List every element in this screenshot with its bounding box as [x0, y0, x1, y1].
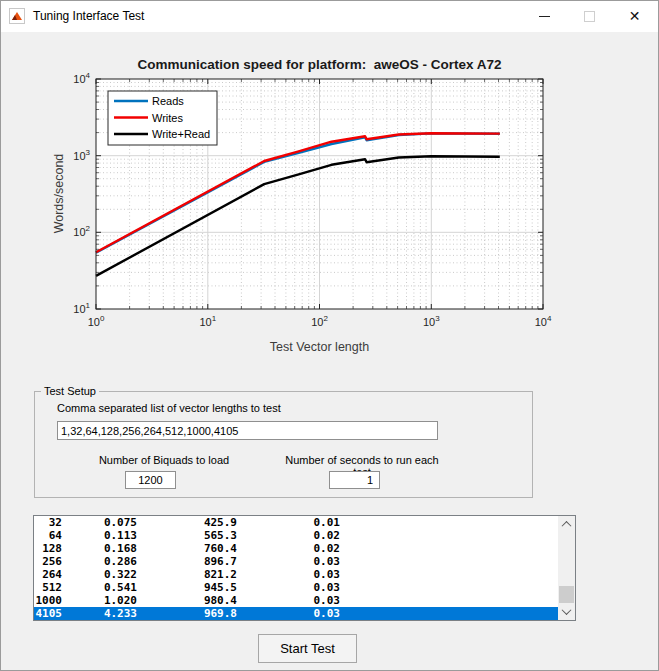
list-cell: 0.03	[237, 581, 340, 594]
svg-text:102: 102	[73, 224, 90, 238]
scroll-down-button[interactable]	[558, 603, 575, 620]
list-cell: 945.5	[137, 581, 237, 594]
close-icon: ✕	[629, 9, 641, 23]
start-test-button[interactable]: Start Test	[258, 634, 357, 663]
minimize-button[interactable]	[522, 1, 567, 31]
svg-text:Writes: Writes	[152, 112, 183, 124]
close-button[interactable]: ✕	[612, 1, 657, 31]
window-title: Tuning Interface Test	[33, 9, 144, 23]
list-row[interactable]: 2640.322821.20.03	[34, 568, 558, 581]
results-scrollbar[interactable]	[558, 516, 575, 620]
svg-text:101: 101	[199, 314, 216, 328]
svg-text:Reads: Reads	[152, 95, 184, 107]
list-cell: 0.03	[237, 594, 340, 607]
list-cell: 512	[34, 581, 62, 594]
results-listbox[interactable]: 320.075425.90.01640.113565.30.021280.168…	[33, 515, 576, 621]
list-cell: 0.02	[237, 529, 340, 542]
list-cell: 0.03	[237, 607, 340, 620]
list-cell: 821.2	[137, 568, 237, 581]
list-row[interactable]: 2560.286896.70.03	[34, 555, 558, 568]
biquads-label: Number of Biquads to load	[89, 454, 239, 466]
list-cell: 4105	[34, 607, 62, 620]
maximize-icon	[584, 11, 595, 22]
results-rows: 320.075425.90.01640.113565.30.021280.168…	[34, 516, 558, 620]
seconds-input[interactable]	[329, 471, 380, 489]
list-cell: 969.8	[137, 607, 237, 620]
list-cell: 0.168	[62, 542, 137, 555]
speed-chart: 100101102103104101102103104ReadsWritesWr…	[1, 32, 659, 391]
list-cell: 565.3	[137, 529, 237, 542]
list-cell: 0.322	[62, 568, 137, 581]
list-cell: 0.02	[237, 542, 340, 555]
list-cell: 0.113	[62, 529, 137, 542]
matlab-icon	[9, 8, 25, 24]
svg-text:101: 101	[73, 301, 90, 315]
chart-x-axis-label: Test Vector length	[96, 340, 543, 354]
list-row[interactable]: 41054.233969.80.03	[34, 607, 558, 620]
vector-lengths-label: Comma separated list of vector lengths t…	[57, 402, 281, 414]
chart-y-axis-label: Words/second	[52, 124, 67, 264]
list-cell: 1.020	[62, 594, 137, 607]
list-row[interactable]: 1280.168760.40.02	[34, 542, 558, 555]
test-setup-group: Test Setup Comma separated list of vecto…	[34, 391, 533, 498]
scrollbar-thumb[interactable]	[559, 586, 574, 603]
svg-text:104: 104	[535, 314, 552, 328]
list-cell: 32	[34, 516, 62, 529]
list-row[interactable]: 10001.020980.40.03	[34, 594, 558, 607]
list-cell: 760.4	[137, 542, 237, 555]
biquads-input[interactable]	[125, 471, 176, 489]
list-cell: 1000	[34, 594, 62, 607]
list-cell: 64	[34, 529, 62, 542]
chart-title: Communication speed for platform: aweOS …	[96, 57, 543, 72]
list-cell: 896.7	[137, 555, 237, 568]
list-cell: 0.075	[62, 516, 137, 529]
scroll-up-button[interactable]	[558, 516, 575, 533]
list-cell: 264	[34, 568, 62, 581]
chevron-up-icon	[562, 521, 572, 531]
svg-text:103: 103	[73, 148, 90, 162]
svg-text:102: 102	[311, 314, 328, 328]
list-cell: 0.03	[237, 555, 340, 568]
list-cell: 0.01	[237, 516, 340, 529]
list-row[interactable]: 5120.541945.50.03	[34, 581, 558, 594]
vector-lengths-input[interactable]	[57, 421, 438, 440]
svg-text:104: 104	[73, 71, 90, 85]
list-cell: 0.541	[62, 581, 137, 594]
list-cell: 4.233	[62, 607, 137, 620]
chevron-down-icon	[562, 605, 572, 615]
svg-text:103: 103	[423, 314, 440, 328]
list-row[interactable]: 640.113565.30.02	[34, 529, 558, 542]
title-bar: Tuning Interface Test ✕	[1, 1, 658, 32]
list-cell: 128	[34, 542, 62, 555]
list-cell: 0.03	[237, 568, 340, 581]
list-row[interactable]: 320.075425.90.01	[34, 516, 558, 529]
test-setup-group-label: Test Setup	[41, 385, 99, 397]
svg-text:Write+Read: Write+Read	[152, 128, 210, 140]
list-cell: 256	[34, 555, 62, 568]
list-cell: 980.4	[137, 594, 237, 607]
maximize-button	[567, 1, 612, 31]
list-cell: 425.9	[137, 516, 237, 529]
tuning-interface-window: Tuning Interface Test ✕ 1001011021031041…	[0, 0, 659, 671]
svg-text:100: 100	[88, 314, 105, 328]
list-cell: 0.286	[62, 555, 137, 568]
minimize-icon	[539, 16, 550, 17]
